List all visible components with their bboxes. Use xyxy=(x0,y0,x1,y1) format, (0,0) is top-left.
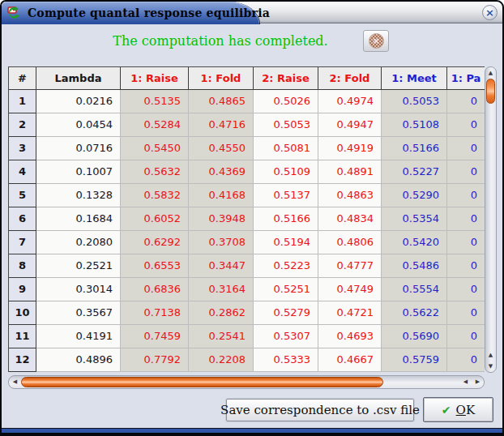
row-number[interactable]: 1 xyxy=(9,90,36,113)
row-number[interactable]: 6 xyxy=(9,207,36,231)
column-header-1-fold[interactable]: 1: Fold xyxy=(189,67,254,90)
cell[interactable]: 0.4834 xyxy=(318,207,382,231)
cell[interactable]: 0.1007 xyxy=(36,160,121,184)
cell[interactable]: 0.5354 xyxy=(382,207,447,231)
cell[interactable]: 0.4749 xyxy=(318,278,382,301)
cell[interactable]: 0.5108 xyxy=(382,113,447,137)
row-number[interactable]: 11 xyxy=(9,325,36,348)
cell[interactable]: 0.5284 xyxy=(121,113,189,137)
column-header-2-fold[interactable]: 2: Fold xyxy=(318,67,382,90)
cell[interactable]: 0.2541 xyxy=(189,325,254,348)
cell[interactable]: 0.3948 xyxy=(189,207,254,231)
cell[interactable]: 0.5109 xyxy=(254,160,318,184)
cell[interactable]: 0.7792 xyxy=(121,348,189,372)
save-csv-button[interactable]: Save correspondence to .csv file xyxy=(226,399,414,421)
cell[interactable]: 0.4806 xyxy=(318,231,382,254)
cell[interactable]: 0.5554 xyxy=(382,278,447,301)
cell[interactable]: 0.5486 xyxy=(382,254,447,278)
cell[interactable]: 0.5690 xyxy=(382,325,447,348)
cell[interactable]: 0 xyxy=(447,325,485,348)
cell[interactable]: 0.1328 xyxy=(36,184,121,207)
cell[interactable]: 0 xyxy=(447,137,485,160)
scroll-up-icon-secondary[interactable]: ▲ xyxy=(485,349,496,361)
h-scrollbar-track[interactable] xyxy=(383,376,459,388)
cell[interactable]: 0.6292 xyxy=(121,231,189,254)
cell[interactable]: 0 xyxy=(447,160,485,184)
cell[interactable]: 0 xyxy=(447,207,485,231)
cell[interactable]: 0.3014 xyxy=(36,278,121,301)
cell[interactable]: 0.5135 xyxy=(121,90,189,113)
cell[interactable]: 0.4919 xyxy=(318,137,382,160)
cell[interactable]: 0.4721 xyxy=(318,301,382,325)
row-number[interactable]: 2 xyxy=(9,113,36,137)
cell[interactable]: 0.2521 xyxy=(36,254,121,278)
cell[interactable]: 0 xyxy=(447,254,485,278)
cell[interactable]: 0.6836 xyxy=(121,278,189,301)
cell[interactable]: 0.5251 xyxy=(254,278,318,301)
cell[interactable]: 0.5759 xyxy=(382,348,447,372)
close-button[interactable]: × xyxy=(482,5,498,20)
cell[interactable]: 0.4716 xyxy=(189,113,254,137)
column-header-1-raise[interactable]: 1: Raise xyxy=(121,67,189,90)
cell[interactable]: 0 xyxy=(447,184,485,207)
cell[interactable]: 0.4974 xyxy=(318,90,382,113)
cell[interactable]: 0 xyxy=(447,348,485,372)
cell[interactable]: 0.6052 xyxy=(121,207,189,231)
cell[interactable]: 0.5279 xyxy=(254,301,318,325)
cell[interactable]: 0.5166 xyxy=(382,137,447,160)
cell[interactable]: 0.0716 xyxy=(36,137,121,160)
cell[interactable]: 0.5622 xyxy=(382,301,447,325)
column-header-[interactable]: # xyxy=(9,67,36,90)
column-header-lambda[interactable]: Lambda xyxy=(36,67,121,90)
cell[interactable]: 0.4891 xyxy=(318,160,382,184)
cell[interactable]: 0.4667 xyxy=(318,348,382,372)
cell[interactable]: 0.4863 xyxy=(318,184,382,207)
cell[interactable]: 0 xyxy=(447,231,485,254)
cell[interactable]: 0.4168 xyxy=(189,184,254,207)
cell[interactable]: 0.4896 xyxy=(36,348,121,372)
cell[interactable]: 0 xyxy=(447,90,485,113)
cell[interactable]: 0.6553 xyxy=(121,254,189,278)
scroll-left-icon[interactable]: ◀ xyxy=(9,376,21,388)
cell[interactable]: 0.5333 xyxy=(254,348,318,372)
cell[interactable]: 0.5290 xyxy=(382,184,447,207)
scroll-left-icon-secondary[interactable]: ◀ xyxy=(459,376,472,388)
cell[interactable]: 0.3164 xyxy=(189,278,254,301)
cell[interactable]: 0.5053 xyxy=(254,113,318,137)
cell[interactable]: 0.5194 xyxy=(254,231,318,254)
row-number[interactable]: 9 xyxy=(9,278,36,301)
scroll-down-icon[interactable]: ▼ xyxy=(485,361,496,372)
cell[interactable]: 0 xyxy=(447,301,485,325)
row-number[interactable]: 7 xyxy=(9,231,36,254)
cell[interactable]: 0.3708 xyxy=(189,231,254,254)
cell[interactable]: 0.5026 xyxy=(254,90,318,113)
cell[interactable]: 0.2080 xyxy=(36,231,121,254)
cell[interactable]: 0.7459 xyxy=(121,325,189,348)
cell[interactable]: 0.5166 xyxy=(254,207,318,231)
cell[interactable]: 0.4550 xyxy=(189,137,254,160)
cell[interactable]: 0.5420 xyxy=(382,231,447,254)
cell[interactable]: 0.5223 xyxy=(254,254,318,278)
cell[interactable]: 0.0216 xyxy=(36,90,121,113)
h-scrollbar[interactable]: ◀ ◀ ▶ xyxy=(8,375,485,389)
row-number[interactable]: 3 xyxy=(9,137,36,160)
row-number[interactable]: 8 xyxy=(9,254,36,278)
cell[interactable]: 0.1684 xyxy=(36,207,121,231)
scroll-up-icon[interactable]: ▲ xyxy=(485,67,496,79)
cell[interactable]: 0.0454 xyxy=(36,113,121,137)
cell[interactable]: 0.5227 xyxy=(382,160,447,184)
cell[interactable]: 0.5081 xyxy=(254,137,318,160)
cell[interactable]: 0 xyxy=(447,278,485,301)
cell[interactable]: 0.5307 xyxy=(254,325,318,348)
cell[interactable]: 0.5053 xyxy=(382,90,447,113)
cell[interactable]: 0.5632 xyxy=(121,160,189,184)
cell[interactable]: 0.4865 xyxy=(189,90,254,113)
scroll-right-icon[interactable]: ▶ xyxy=(472,376,484,388)
cell[interactable]: 0.7138 xyxy=(121,301,189,325)
titlebar[interactable]: Compute quantal response equilibria × xyxy=(2,2,502,24)
cell[interactable]: 0.4777 xyxy=(318,254,382,278)
row-number[interactable]: 5 xyxy=(9,184,36,207)
column-header-1-meet[interactable]: 1: Meet xyxy=(382,67,447,90)
row-number[interactable]: 4 xyxy=(9,160,36,184)
cell[interactable]: 0.5450 xyxy=(121,137,189,160)
